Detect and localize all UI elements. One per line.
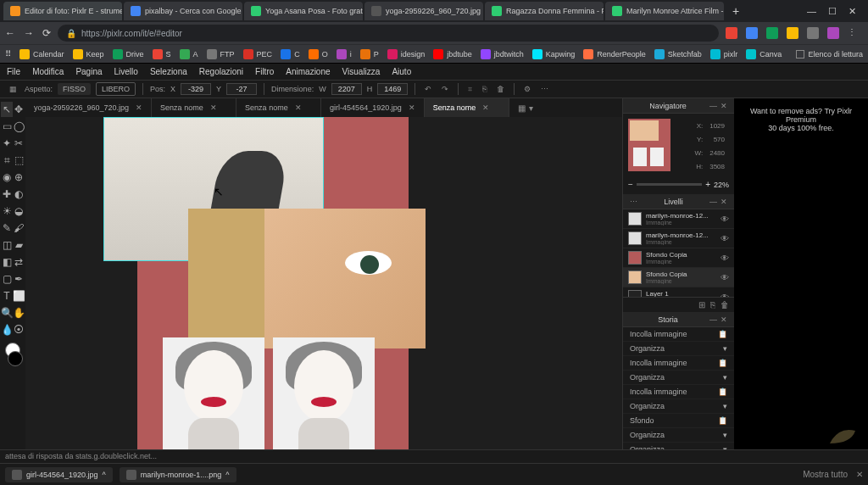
shape-tool[interactable]: ▢: [1, 271, 13, 287]
canvas[interactable]: ↖: [25, 117, 622, 463]
pen-tool[interactable]: ✒: [13, 271, 25, 287]
bookmark-item[interactable]: S: [153, 49, 171, 59]
bookmark-item[interactable]: jbdtwitch: [481, 49, 524, 59]
layer-row[interactable]: marilyn-monroe-12...Immagine👁: [623, 209, 734, 229]
doc-tab-close-icon[interactable]: ✕: [409, 103, 415, 112]
panel-minimize-icon[interactable]: —: [708, 315, 719, 324]
background-color[interactable]: [8, 351, 23, 366]
visibility-icon[interactable]: 👁: [721, 215, 729, 224]
layers-menu-icon[interactable]: ⋯: [628, 198, 639, 206]
dim-h-input[interactable]: [377, 83, 408, 95]
apps-icon[interactable]: ⠿: [5, 49, 11, 59]
crop-tool[interactable]: ⌗: [1, 153, 13, 168]
ext-icon[interactable]: [807, 27, 819, 39]
bookmark-item[interactable]: Kapwing: [532, 49, 576, 59]
menu-item[interactable]: Seleziona: [150, 67, 187, 76]
menu-item[interactable]: Pagina: [75, 67, 102, 76]
dodge-tool[interactable]: ☀: [1, 203, 13, 219]
picker-tool[interactable]: ⦿: [13, 322, 25, 337]
bookmark-item[interactable]: O: [309, 49, 328, 59]
move-tool[interactable]: ✥: [13, 102, 25, 117]
bookmark-item[interactable]: Canva: [746, 49, 782, 59]
zoom-out-icon[interactable]: −: [628, 180, 633, 189]
browser-tab[interactable]: Ragazza Donna Femmina - Fot...✕: [485, 2, 604, 20]
visibility-icon[interactable]: 👁: [721, 234, 729, 243]
layer-row[interactable]: Sfondo CopiaImmagine👁: [623, 248, 734, 268]
doc-tab[interactable]: Senza nome✕: [152, 98, 236, 117]
add-layer-icon[interactable]: ⊞: [698, 300, 705, 309]
gear-icon[interactable]: ⚙: [521, 85, 533, 93]
show-all-downloads[interactable]: Mostra tutto: [803, 470, 848, 479]
back-button[interactable]: ←: [5, 27, 15, 39]
bookmark-item[interactable]: A: [180, 49, 198, 59]
hand-tool[interactable]: ✋: [13, 305, 25, 321]
panel-minimize-icon[interactable]: —: [708, 102, 719, 110]
liquify-tool[interactable]: ◉: [1, 170, 13, 185]
layer-face-image[interactable]: [188, 209, 426, 348]
history-row[interactable]: Organizza▾: [623, 428, 734, 443]
bookmark-item[interactable]: i: [337, 49, 352, 59]
visibility-icon[interactable]: 👁: [721, 254, 729, 263]
history-row[interactable]: Incolla immagine📋: [623, 327, 734, 342]
bookmark-item[interactable]: Keep: [73, 49, 104, 59]
trash-icon[interactable]: 🗑: [494, 85, 507, 93]
ext-icon[interactable]: [746, 27, 758, 39]
marquee-tool[interactable]: ▭: [1, 119, 13, 134]
history-row[interactable]: Incolla immagine📋: [623, 356, 734, 371]
minimize-button[interactable]: —: [807, 6, 816, 17]
arrange-tool[interactable]: ↖: [1, 102, 13, 117]
download-item[interactable]: marilyn-monroe-1....png^: [120, 467, 236, 482]
aspect-free-button[interactable]: LIBERO: [96, 82, 136, 96]
pencil-tool[interactable]: ✎: [1, 220, 13, 236]
doc-tab-close-icon[interactable]: ✕: [482, 103, 489, 112]
ext-menu-icon[interactable]: ⋮: [848, 27, 860, 39]
heal-tool[interactable]: ✚: [1, 187, 13, 202]
history-row[interactable]: Incolla immagine📋: [623, 385, 734, 399]
reading-list[interactable]: Elenco di lettura: [796, 50, 863, 59]
eyedropper-tool[interactable]: 💧: [1, 322, 13, 337]
layer-marilyn-1[interactable]: [163, 337, 264, 463]
undo-icon[interactable]: ↶: [422, 85, 434, 93]
zoom-in-icon[interactable]: +: [705, 180, 710, 189]
ext-icon[interactable]: [766, 27, 778, 39]
history-row[interactable]: Organizza▾: [623, 399, 734, 414]
close-download-bar[interactable]: ✕: [856, 470, 863, 479]
redo-icon[interactable]: ↷: [439, 85, 451, 93]
aspect-fixed-button[interactable]: FISSO: [58, 83, 91, 95]
replace-tool[interactable]: ⇄: [13, 254, 25, 270]
menu-item[interactable]: Filtro: [255, 67, 274, 76]
bookmark-item[interactable]: Drive: [113, 49, 144, 59]
history-row[interactable]: Sfondo📋: [623, 414, 734, 428]
menu-item[interactable]: Animazione: [286, 67, 330, 76]
blur-tool[interactable]: ◐: [13, 187, 25, 202]
delete-layer-icon[interactable]: 🗑: [721, 300, 729, 309]
ext-icon[interactable]: [827, 27, 839, 39]
duplicate-layer-icon[interactable]: ⎘: [710, 300, 715, 309]
doc-tab-close-icon[interactable]: ✕: [295, 103, 302, 112]
bookmark-item[interactable]: P: [360, 49, 379, 59]
chevron-up-icon[interactable]: ^: [103, 471, 106, 479]
clone-tool[interactable]: ⊕: [13, 170, 25, 185]
bookmark-item[interactable]: RenderPeople: [583, 49, 646, 59]
browser-tab[interactable]: Marilyn Monroe Attrice Film - C...✕: [605, 2, 724, 20]
history-row[interactable]: Organizza▾: [623, 342, 734, 356]
close-button[interactable]: ✕: [849, 6, 856, 17]
bookmark-item[interactable]: idesign: [387, 49, 426, 59]
download-item[interactable]: girl-454564_1920.jpg^: [5, 467, 113, 482]
pos-x-input[interactable]: [181, 83, 211, 95]
bookmark-item[interactable]: FTP: [207, 49, 235, 59]
chevron-up-icon[interactable]: ^: [225, 471, 229, 479]
new-tab-button[interactable]: +: [726, 4, 746, 18]
panel-close-icon[interactable]: ✕: [719, 198, 729, 206]
eraser-tool[interactable]: ◫: [1, 237, 13, 253]
crop-icon[interactable]: ⌗: [465, 85, 475, 94]
cut-tool[interactable]: ✂: [13, 136, 25, 151]
panel-close-icon[interactable]: ✕: [719, 315, 729, 324]
visibility-icon[interactable]: 👁: [721, 273, 729, 282]
navigator-thumbnail[interactable]: [628, 119, 670, 171]
copy-icon[interactable]: ⎘: [480, 85, 489, 93]
doc-tab-close-icon[interactable]: ✕: [210, 103, 217, 112]
layer-row[interactable]: Layer 1Immagine👁: [623, 287, 734, 297]
ext-icon[interactable]: [787, 27, 798, 39]
maximize-button[interactable]: ☐: [828, 6, 837, 17]
